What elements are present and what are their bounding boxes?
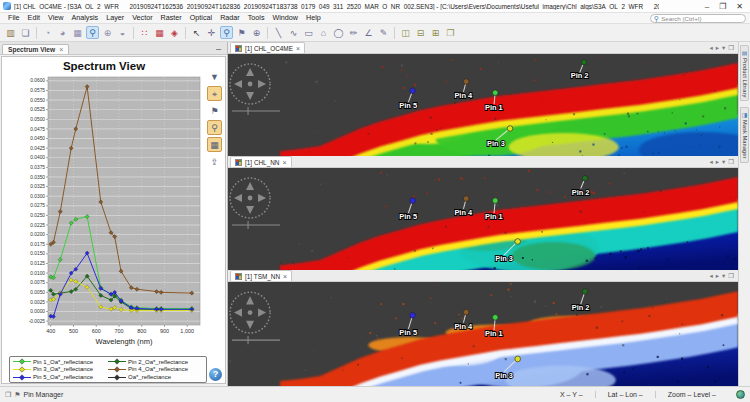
dock-tab-product-library[interactable]: ▤ Product Library (740, 45, 749, 101)
close-icon[interactable]: × (59, 46, 63, 53)
toolbar-open-product-icon[interactable]: ▥ (4, 26, 17, 39)
pin-manager-icon[interactable]: ⚑ (14, 391, 20, 399)
close-icon[interactable]: × (283, 273, 287, 280)
legend-item: Pin 5_Oa*_reflectance (13, 374, 108, 381)
filter-bands-icon[interactable]: ▼ (207, 69, 222, 84)
toolbar-rectangle-tool-icon[interactable]: ▭ (302, 26, 315, 39)
legend-item: Oa*_reflectance (108, 374, 203, 381)
toolbar-polygon-tool-icon[interactable]: ⌂ (317, 26, 330, 39)
menu-radar[interactable]: Radar (216, 13, 244, 23)
toolbar-gcp-placing-tool-icon[interactable]: ⊕ (250, 26, 263, 39)
tab-chl-oc4me[interactable]: [1] CHL_OC4ME × (230, 42, 305, 53)
menu-layer[interactable]: Layer (102, 13, 128, 23)
show-grid-icon[interactable]: ▦ (207, 137, 222, 152)
application-window: [1] CHL_OC4ME - [S3A_OL_2_WFR___20190924… (0, 0, 750, 402)
tab-scroll-right-icon[interactable]: ▸ (716, 271, 719, 281)
toolbar-tile-rows-icon[interactable]: ⊟ (414, 26, 427, 39)
xy-readout: X – Y – (548, 391, 595, 398)
toolbar-tile-grid-icon[interactable]: ⊞ (429, 26, 442, 39)
cursor-spectrum-icon[interactable]: ⌖ (207, 86, 222, 101)
menu-view[interactable]: View (44, 13, 67, 23)
svg-text:Spectrum View: Spectrum View (63, 60, 145, 72)
toolbar-separator (36, 27, 37, 39)
toolbar-select-tool-icon[interactable]: ↖ (190, 26, 203, 39)
toolbar-copy-view-icon[interactable]: ❏ (19, 26, 32, 39)
toolbar-tile-columns-icon[interactable]: ◫ (399, 26, 412, 39)
globe-icon (736, 390, 745, 399)
legend-label: Pin 3_Oa*_reflectance (33, 366, 93, 372)
toolbar-tile-single-icon[interactable]: ❐ (444, 26, 457, 39)
menu-analysis[interactable]: Analysis (67, 13, 102, 23)
chart-legend: Pin 1_Oa*_reflectancePin 2_Oa*_reflectan… (9, 356, 207, 383)
search-box[interactable]: ⚲ Search (Ctrl+I) (650, 14, 746, 23)
toolbar-pan-tool-icon[interactable]: ✛ (205, 26, 218, 39)
menu-window[interactable]: Window (268, 13, 302, 23)
maximize-button[interactable]: ❐ (719, 1, 726, 12)
maximize-view-icon[interactable]: ❐ (728, 271, 734, 281)
svg-text:600: 600 (92, 328, 101, 334)
menu-optical[interactable]: Optical (186, 13, 216, 23)
tab-chl-nn[interactable]: [1] CHL_NN × (230, 156, 292, 167)
close-icon[interactable]: × (296, 45, 300, 52)
image-icon (235, 273, 242, 280)
toolbar-ellipse-tool-icon[interactable]: ◯ (332, 26, 345, 39)
tab-spectrum-view[interactable]: Spectrum View × (2, 44, 69, 54)
help-button[interactable]: ? (209, 368, 222, 381)
menu-tools[interactable]: Tools (244, 13, 269, 23)
tab-list-dropdown-icon[interactable]: ▾ (722, 43, 725, 53)
svg-text:Pin 3: Pin 3 (495, 371, 513, 380)
spectrum-view-panel: Spectrum View × – Spectrum View-0.00250.… (0, 42, 228, 386)
window-grip-icon[interactable]: ❐ (5, 391, 11, 399)
single-pin-spectra-icon[interactable]: ⚑ (207, 103, 222, 118)
maximize-view-icon[interactable]: ❐ (728, 157, 734, 167)
tab-tsm-nn[interactable]: [1] TSM_NN × (230, 270, 292, 281)
menu-vector[interactable]: Vector (128, 13, 156, 23)
toolbar-zoom-tool-icon[interactable]: ⚲ (220, 26, 233, 39)
export-spectra-icon[interactable]: ⇪ (207, 154, 222, 169)
toolbar-mask-manager-icon[interactable]: ◒ (116, 26, 129, 39)
toolbar-pin-placing-tool-icon[interactable]: ⚑ (235, 26, 248, 39)
svg-text:0.0075: 0.0075 (30, 280, 45, 285)
legend-item: Pin 1_Oa*_reflectance (13, 358, 108, 365)
menu-raster[interactable]: Raster (157, 13, 186, 23)
close-button[interactable]: ✕ (736, 1, 743, 12)
menu-help[interactable]: Help (302, 13, 325, 23)
legend-label: Pin 1_Oa*_reflectance (33, 359, 93, 365)
image-view-chl-nn[interactable]: Pin 5Pin 4Pin 1Pin 2Pin 3 (228, 168, 738, 270)
svg-text:0.0325: 0.0325 (30, 184, 45, 189)
toolbar-pixel-info-icon[interactable]: ⚲ (86, 26, 99, 39)
tab-scroll-right-icon[interactable]: ▸ (716, 43, 719, 53)
panel-minimize-button[interactable]: – (212, 44, 225, 54)
toolbar-pencil-tool-icon[interactable]: ✎ (377, 26, 390, 39)
pin-manager-label[interactable]: Pin Manager (24, 391, 64, 398)
toolbar-spatial-subset-icon[interactable]: ◔ (41, 26, 54, 39)
toolbar-line-tool-icon[interactable]: ╲ (272, 26, 285, 39)
dock-tab-mask-manager[interactable]: ◨ Mask Manager (740, 107, 749, 162)
toolbar-correlative-grid-icon[interactable]: ▦ (153, 26, 166, 39)
svg-text:1,000: 1,000 (180, 328, 194, 334)
toolbar-scatter-plot-icon[interactable]: ∷ (138, 26, 151, 39)
close-icon[interactable]: × (282, 159, 286, 166)
toolbar-band-subset-icon[interactable]: ◕ (56, 26, 69, 39)
image-view-chl-oc4me[interactable]: Pin 5Pin 4Pin 1Pin 2Pin 3 (228, 54, 738, 156)
menu-edit[interactable]: Edit (24, 13, 44, 23)
toolbar-gcp-manager-icon[interactable]: ⊕ (101, 26, 114, 39)
toolbar-reprojection-grid-icon[interactable]: ▦ (71, 26, 84, 39)
all-pin-spectra-icon[interactable]: ⚲ (207, 120, 222, 135)
svg-text:Pin 5: Pin 5 (399, 328, 417, 337)
minimize-button[interactable]: – (705, 1, 709, 12)
tab-list-dropdown-icon[interactable]: ▾ (722, 157, 725, 167)
tab-scroll-left-icon[interactable]: ◂ (709, 43, 712, 53)
tab-scroll-right-icon[interactable]: ▸ (716, 157, 719, 167)
menu-file[interactable]: File (4, 13, 24, 23)
tab-scroll-left-icon[interactable]: ◂ (709, 157, 712, 167)
maximize-view-icon[interactable]: ❐ (728, 43, 734, 53)
image-view-tsm-nn[interactable]: Pin 5Pin 4Pin 1Pin 2Pin 3 (228, 282, 738, 386)
toolbar-polyline-tool-icon[interactable]: ∿ (287, 26, 300, 39)
toolbar-measure-tool-icon[interactable]: ∠ (362, 26, 375, 39)
tab-list-dropdown-icon[interactable]: ▾ (722, 271, 725, 281)
toolbar-profile-plot-icon[interactable]: ◈ (168, 26, 181, 39)
spectrum-chart[interactable]: Spectrum View-0.00250.00000.00250.00500.… (2, 57, 206, 354)
toolbar-draw-tool-icon[interactable]: ✏ (347, 26, 360, 39)
tab-scroll-left-icon[interactable]: ◂ (709, 271, 712, 281)
